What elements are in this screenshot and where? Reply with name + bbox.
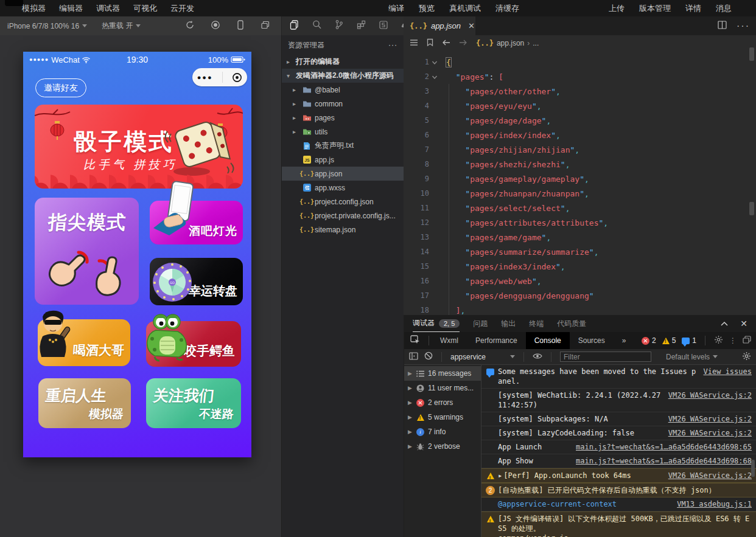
tab-code-quality[interactable]: 代码质量 bbox=[557, 319, 586, 329]
file-row-sitemap.json[interactable]: {..}sitemap.json bbox=[282, 223, 404, 237]
banner-dice-mode[interactable]: 骰子模式 比手气 拼技巧 bbox=[35, 105, 243, 189]
message-source-link[interactable]: VM26 WAService.js:2 bbox=[668, 390, 752, 400]
menu-item-编辑器[interactable]: 编辑器 bbox=[59, 3, 83, 14]
back-icon[interactable] bbox=[442, 39, 450, 48]
menu-item-版本管理[interactable]: 版本管理 bbox=[639, 3, 671, 14]
explorer-more-icon[interactable]: ··· bbox=[388, 41, 397, 49]
file-row-app.js[interactable]: JSapp.js bbox=[282, 153, 404, 167]
storage-icon[interactable] bbox=[379, 20, 388, 32]
device-selector[interactable]: iPhone 6/7/8 100% 16 bbox=[0, 16, 94, 35]
message-count[interactable]: 1 bbox=[682, 336, 696, 345]
source-control-icon[interactable] bbox=[334, 19, 344, 32]
multi-window-icon[interactable] bbox=[261, 20, 270, 32]
capsule-exit-icon[interactable] bbox=[232, 72, 242, 83]
forward-icon[interactable] bbox=[459, 39, 467, 48]
message-source-link[interactable]: VM26 WAService.js:2 bbox=[668, 471, 752, 480]
tab-debugger[interactable]: 调试器 2, 5 bbox=[413, 315, 460, 332]
menu-item-云开发[interactable]: 云开发 bbox=[170, 3, 194, 14]
collapse-panel-icon[interactable] bbox=[721, 319, 728, 328]
outline-icon[interactable] bbox=[410, 39, 418, 48]
tile-lucky-wheel[interactable]: 幸运转盘 bbox=[150, 258, 243, 305]
phone-view-icon[interactable] bbox=[236, 20, 245, 32]
devtools-settings-icon[interactable] bbox=[714, 335, 723, 346]
menu-item-清缓存[interactable]: 清缓存 bbox=[495, 3, 519, 14]
close-icon[interactable]: ✕ bbox=[468, 21, 475, 30]
warning-count[interactable]: 5 bbox=[662, 336, 676, 345]
editor-scrollbar-thumb[interactable] bbox=[749, 47, 754, 61]
menu-item-调试器[interactable]: 调试器 bbox=[96, 3, 120, 14]
tab-output[interactable]: 输出 bbox=[501, 319, 516, 329]
error-count[interactable]: ✕2 bbox=[642, 336, 656, 345]
tile-drinking-bro[interactable]: 喝酒大哥 bbox=[38, 319, 130, 366]
file-row-common[interactable]: ▸common bbox=[282, 97, 404, 111]
split-editor-icon[interactable] bbox=[718, 21, 727, 32]
console-filter-list[interactable]: ▶16 messages bbox=[404, 366, 481, 381]
refresh-icon[interactable] bbox=[185, 20, 195, 32]
tile-biting-crocodile[interactable]: 咬手鳄鱼 bbox=[146, 321, 241, 367]
console-filter-info[interactable]: ▶i7 info bbox=[404, 424, 481, 439]
capsule-more-icon[interactable]: ●●● bbox=[197, 74, 213, 81]
message-source-link[interactable]: main.js?t=wechat&s=1…a6a5d6de6443d698:65 bbox=[576, 442, 752, 452]
menu-item-详情[interactable]: 详情 bbox=[685, 3, 701, 14]
devtools-tab-performance[interactable]: Performance bbox=[467, 332, 526, 349]
project-root[interactable]: ▾ 发喝酒神器2.0微信小程序源码 bbox=[282, 69, 404, 83]
menu-item-上传[interactable]: 上传 bbox=[609, 3, 625, 14]
tab-problems[interactable]: 问题 bbox=[473, 319, 488, 329]
console-filter-warning[interactable]: ▶5 warnings bbox=[404, 410, 481, 424]
fold-icon[interactable] bbox=[429, 58, 440, 66]
clear-console-icon[interactable] bbox=[424, 352, 433, 362]
miniprogram-capsule[interactable]: ●●● bbox=[192, 68, 247, 86]
file-row-pages[interactable]: ▸pages bbox=[282, 111, 404, 125]
console-sidebar-toggle-icon[interactable] bbox=[409, 352, 418, 362]
invite-friends-button[interactable]: 邀请好友 bbox=[35, 78, 86, 97]
inspect-element-icon[interactable] bbox=[404, 335, 426, 346]
tile-restart-life[interactable]: 重启人生 模拟器 bbox=[38, 378, 131, 428]
file-row-@babel[interactable]: ▸@babel bbox=[282, 83, 404, 97]
console-settings-icon[interactable] bbox=[742, 352, 751, 362]
tab-app-json[interactable]: {..} app.json ✕ bbox=[404, 16, 475, 35]
tile-bar-lights[interactable]: 酒吧灯光 bbox=[150, 201, 243, 244]
more-actions-icon[interactable]: ··· bbox=[737, 21, 750, 32]
console-scrollbar-thumb[interactable] bbox=[751, 460, 755, 477]
console-filter-error[interactable]: ▶✕2 errors bbox=[404, 395, 481, 410]
devtools-menu-icon[interactable]: ⋮ bbox=[729, 336, 737, 345]
menu-item-真机调试[interactable]: 真机调试 bbox=[449, 3, 481, 14]
eye-icon[interactable] bbox=[533, 353, 542, 361]
log-levels-selector[interactable]: Default levels bbox=[666, 353, 718, 361]
file-row-----.txt[interactable]: 免责声明.txt bbox=[282, 139, 404, 153]
file-row-project.private.config.js...[interactable]: {..}project.private.config.js... bbox=[282, 209, 404, 223]
files-icon[interactable] bbox=[289, 19, 299, 33]
devtools-tab-wxml[interactable]: Wxml bbox=[432, 332, 467, 349]
extensions-icon[interactable] bbox=[356, 19, 366, 32]
search-icon[interactable] bbox=[312, 19, 322, 32]
fold-icon[interactable] bbox=[429, 72, 440, 81]
close-panel-icon[interactable]: ✕ bbox=[740, 319, 747, 328]
console-filter-verbose[interactable]: ▶2 verbose bbox=[404, 439, 481, 454]
message-source-link[interactable]: VM26 WAService.js:2 bbox=[668, 414, 752, 424]
open-editors-section[interactable]: ▸ 打开的编辑器 bbox=[282, 55, 404, 69]
message-source-link[interactable]: VM26 WAService.js:2 bbox=[668, 428, 752, 438]
menu-item-预览[interactable]: 预览 bbox=[419, 3, 435, 14]
undock-icon[interactable] bbox=[743, 336, 751, 345]
console-filter-user[interactable]: ▶11 user mes... bbox=[404, 381, 481, 395]
devtools-tab-sources[interactable]: Sources bbox=[570, 332, 614, 349]
code-area[interactable]: 1{2 "pages": [3 "pages/other/other",4 "p… bbox=[404, 52, 744, 314]
message-source-link[interactable]: main.js?t=wechat&s=1…a6a5d6de6443d698:68 bbox=[576, 456, 752, 466]
bookmark-icon[interactable] bbox=[427, 38, 433, 48]
breadcrumb-more[interactable]: ... bbox=[533, 39, 539, 47]
devtools-tab-console[interactable]: Console bbox=[526, 332, 570, 349]
file-row-app.wxss[interactable]: app.wxss bbox=[282, 181, 404, 195]
tile-follow-us[interactable]: 关注我们 不迷路 bbox=[146, 378, 241, 428]
menu-item-模拟器[interactable]: 模拟器 bbox=[22, 3, 46, 14]
file-row-app.json[interactable]: {..}app.json bbox=[282, 167, 404, 181]
tab-terminal[interactable]: 终端 bbox=[529, 319, 544, 329]
context-selector[interactable]: appservice bbox=[450, 353, 515, 361]
filter-input[interactable] bbox=[560, 352, 651, 362]
menu-item-消息[interactable]: 消息 bbox=[716, 3, 732, 14]
message-source-link[interactable]: View issues bbox=[704, 367, 752, 376]
file-row-utils[interactable]: ▸utils bbox=[282, 125, 404, 139]
message-source-link[interactable]: VM13 asdebug.js:1 bbox=[677, 499, 752, 509]
more-tabs-icon[interactable]: » bbox=[614, 332, 635, 349]
menu-item-编译[interactable]: 编译 bbox=[388, 3, 404, 14]
menu-item-可视化[interactable]: 可视化 bbox=[133, 3, 157, 14]
